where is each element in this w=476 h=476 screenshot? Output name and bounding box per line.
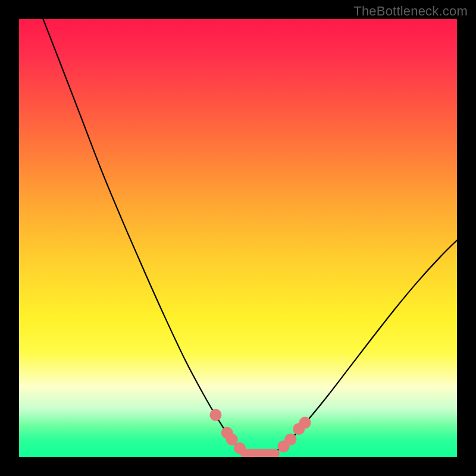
chart-frame: TheBottleneck.com xyxy=(0,0,476,476)
bottleneck-markers xyxy=(19,19,457,457)
plot-area xyxy=(19,19,457,457)
watermark-text: TheBottleneck.com xyxy=(353,4,468,19)
